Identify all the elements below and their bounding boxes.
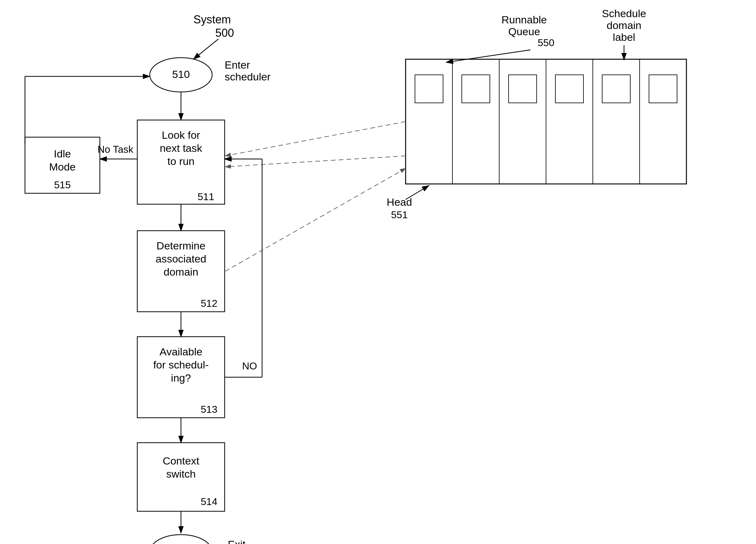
svg-line-23 xyxy=(225,122,406,156)
schedule-domain-label3: label xyxy=(613,31,635,43)
svg-line-25 xyxy=(225,168,406,271)
system-number: 500 xyxy=(215,27,234,39)
idle-mode-text2: Mode xyxy=(49,161,76,173)
enter-scheduler-label2: scheduler xyxy=(225,71,271,83)
head-number: 551 xyxy=(391,209,407,221)
exit-scheduler-label1: Exit xyxy=(228,538,246,544)
runnable-queue-number: 550 xyxy=(538,37,554,48)
node-512-text1: Determine xyxy=(157,240,206,252)
enter-scheduler-label: Enter xyxy=(225,59,250,71)
node-512-number: 512 xyxy=(201,298,217,309)
node-514-text1: Context xyxy=(163,455,199,467)
queue-cell-6 xyxy=(649,75,677,103)
svg-rect-14 xyxy=(406,59,452,184)
node-511-number: 511 xyxy=(198,191,214,202)
idle-mode-number: 515 xyxy=(54,179,71,191)
node-511-text1: Look for xyxy=(162,129,200,141)
node-510-label: 510 xyxy=(172,68,190,80)
svg-line-24 xyxy=(225,156,406,167)
schedule-domain-label2: domain xyxy=(607,19,641,31)
node-520 xyxy=(150,535,212,544)
system-label: System xyxy=(193,13,231,26)
svg-rect-17 xyxy=(546,59,593,184)
node-513-text3: ing? xyxy=(171,372,191,384)
svg-rect-16 xyxy=(499,59,546,184)
svg-rect-15 xyxy=(452,59,499,184)
node-514-text2: switch xyxy=(166,468,196,480)
queue-cell-2 xyxy=(462,75,490,103)
runnable-queue-label1: Runnable xyxy=(501,14,547,26)
node-514-number: 514 xyxy=(201,496,217,507)
no-label: NO xyxy=(242,360,257,371)
node-513-number: 513 xyxy=(201,404,217,415)
flowchart-diagram: System 500 510 Enter scheduler Look for … xyxy=(0,0,756,544)
svg-rect-18 xyxy=(593,59,640,184)
node-511-text2: next task xyxy=(160,142,202,154)
queue-cell-1 xyxy=(415,75,443,103)
node-512-text2: associated xyxy=(156,253,207,265)
no-task-label: No Task xyxy=(97,144,134,155)
queue-cell-5 xyxy=(602,75,630,103)
schedule-domain-label1: Schedule xyxy=(602,7,646,19)
node-513-text1: Available xyxy=(159,346,202,357)
svg-line-22 xyxy=(406,186,429,200)
node-513-text2: for schedul- xyxy=(153,359,209,371)
queue-cell-3 xyxy=(509,75,537,103)
queue-cell-4 xyxy=(555,75,583,103)
idle-mode-text1: Idle xyxy=(54,148,71,160)
svg-line-20 xyxy=(446,50,530,62)
svg-line-2 xyxy=(193,39,218,59)
node-512-text3: domain xyxy=(163,266,198,278)
svg-rect-19 xyxy=(640,59,686,184)
runnable-queue-label2: Queue xyxy=(508,26,540,37)
node-511-text3: to run xyxy=(168,155,195,167)
